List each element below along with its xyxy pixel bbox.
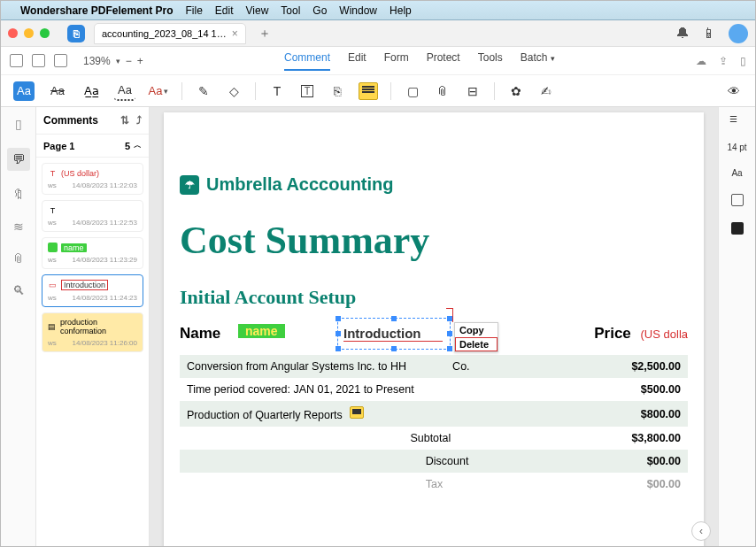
tab-close-icon[interactable]: × — [232, 27, 238, 40]
sidebar-toggle-icon[interactable] — [10, 54, 23, 67]
comment-card[interactable]: name ws14/08/2023 11:23:29 — [42, 237, 143, 269]
menu-tool[interactable]: Tool — [281, 4, 300, 17]
rail-thumbnail-icon[interactable]: ▯ — [11, 116, 27, 132]
total-label: Subtotal — [410, 432, 631, 444]
rail-attachments-icon[interactable]: 📎︎ — [11, 250, 27, 266]
context-menu-copy[interactable]: Copy — [455, 323, 498, 337]
selection-bounding-box[interactable]: Introduction — [337, 318, 451, 350]
comment-time: 14/08/2023 11:23:29 — [73, 256, 137, 264]
reading-view-icon[interactable] — [54, 54, 67, 67]
window-minimize-button[interactable] — [24, 28, 34, 38]
tab-protect[interactable]: Protect — [427, 51, 460, 71]
panel-toggle-icon[interactable]: ▯ — [740, 55, 746, 67]
comments-title: Comments — [43, 114, 98, 127]
tab-batch[interactable]: Batch ▾ — [521, 51, 555, 71]
table-header-row: Name name Introduction Copy Delete — [180, 325, 688, 343]
comment-card[interactable]: T ws14/08/2023 11:22:53 — [42, 200, 143, 232]
document-tab-title: accounting_2023_08_14 1… — [102, 28, 227, 39]
sticky-note-annotation[interactable] — [350, 406, 364, 419]
comment-text: Introduction — [61, 280, 108, 290]
new-tab-button[interactable]: ＋ — [258, 26, 271, 42]
document-canvas[interactable]: 📊︎ ☂︎ Umbrella Acccounting Cost Summary … — [150, 107, 718, 547]
comment-card[interactable]: ▤production conformation ws14/08/2023 11… — [42, 312, 143, 352]
attachment-tool-icon[interactable]: 📎︎ — [434, 82, 451, 100]
thumbnails-view-icon[interactable] — [32, 54, 45, 67]
pencil-tool-icon[interactable]: ✎ — [195, 82, 212, 100]
strikethrough-tool[interactable]: Aa — [47, 81, 68, 101]
menu-help[interactable]: Help — [390, 4, 412, 17]
window-close-button[interactable] — [8, 28, 18, 38]
user-avatar[interactable] — [729, 24, 748, 43]
highlight-box-tool[interactable]: Aa — [13, 81, 35, 101]
rail-layers-icon[interactable]: ≋ — [11, 219, 27, 235]
sticky-note-tool-icon[interactable] — [359, 82, 378, 100]
window-zoom-button[interactable] — [40, 28, 50, 38]
comments-page-label: Page 1 — [43, 141, 74, 151]
brand-logo-icon: ☂︎ — [180, 175, 199, 195]
show-comments-icon[interactable]: 👁︎ — [725, 82, 743, 100]
font-size-label[interactable]: 14 pt — [727, 143, 746, 152]
squiggly-tool[interactable]: Aa — [114, 81, 135, 101]
font-style-label[interactable]: Aa — [731, 168, 742, 178]
tab-tools[interactable]: Tools — [478, 51, 503, 71]
comments-filter-icon[interactable]: ⇅ — [120, 114, 129, 127]
signature-tool-icon[interactable]: ✍︎ — [537, 82, 555, 100]
menu-go[interactable]: Go — [312, 4, 327, 17]
comment-time: 14/08/2023 11:26:00 — [73, 339, 137, 347]
menu-view[interactable]: View — [246, 4, 269, 17]
mobile-icon[interactable]: 📱︎ — [702, 26, 716, 42]
tab-edit[interactable]: Edit — [348, 51, 366, 71]
window-traffic-lights — [8, 28, 50, 38]
row-label: Time period covered: JAN 01, 2021 to Pre… — [187, 383, 641, 396]
tab-form[interactable]: Form — [384, 51, 409, 71]
primary-toolbar: 139% ▾ − + Comment Edit Form Protect Too… — [1, 47, 755, 75]
tab-comment[interactable]: Comment — [284, 51, 330, 71]
comments-panel: Comments ⇅ ⤴︎ Page 1 5 ︿ T(US dollar) ws… — [36, 107, 150, 547]
zoom-out-button[interactable]: − — [126, 55, 132, 67]
brand-name: Umbrella Acccounting — [206, 174, 394, 195]
rail-bookmark-icon[interactable]: 🔖︎ — [11, 187, 27, 203]
rail-search-icon[interactable]: 🔍︎ — [11, 282, 27, 298]
text-color-tool[interactable]: Aa — [148, 81, 169, 101]
toolbar-divider — [181, 82, 182, 100]
measure-tool-icon[interactable]: ⊟ — [464, 82, 482, 100]
share-icon[interactable]: ⇪ — [719, 55, 728, 67]
total-price: $00.00 — [647, 455, 681, 467]
zoom-in-button[interactable]: + — [137, 55, 143, 67]
fill-color-swatch[interactable] — [731, 222, 744, 235]
comment-card[interactable]: T(US dollar) ws14/08/2023 11:22:03 — [42, 163, 143, 195]
comments-export-icon[interactable]: ⤴︎ — [136, 114, 142, 127]
rect-annotation-label: Introduction — [343, 326, 420, 341]
document-tab[interactable]: accounting_2023_08_14 1… × — [94, 23, 246, 44]
text-tool-icon[interactable]: T — [268, 82, 286, 100]
doc-heading-2: Initial Account Setup — [180, 286, 688, 309]
menu-edit[interactable]: Edit — [215, 4, 234, 17]
comment-author: ws — [48, 219, 57, 227]
menu-window[interactable]: Window — [339, 4, 377, 17]
cloud-icon[interactable]: ☁︎ — [696, 55, 706, 67]
total-row: Tax $00.00 — [180, 473, 688, 496]
menubar-app-name[interactable]: Wondershare PDFelement Pro — [20, 4, 174, 17]
comment-author: ws — [48, 256, 57, 264]
line-weight-icon[interactable]: ☰ — [729, 114, 745, 127]
rail-comments-icon[interactable]: 💬︎ — [7, 148, 30, 171]
context-menu-delete[interactable]: Delete — [455, 337, 498, 351]
table-body: Conversion from Angular Systems Inc. to … — [180, 355, 688, 496]
stroke-color-swatch[interactable] — [731, 194, 744, 206]
textbox-tool-icon[interactable]: 🅃 — [298, 82, 316, 100]
scroll-left-button[interactable]: ‹ — [691, 521, 711, 541]
zoom-chevron-icon[interactable]: ▾ — [116, 57, 120, 65]
highlight-annotation[interactable]: name — [238, 324, 285, 338]
stamp-tool-icon[interactable]: ✿ — [507, 82, 525, 100]
eraser-tool-icon[interactable]: ◇ — [225, 82, 243, 100]
comments-page-header[interactable]: Page 1 5 ︿ — [36, 135, 149, 158]
context-menu: Copy Delete — [454, 322, 498, 352]
comment-card-selected[interactable]: ▭Introduction ws14/08/2023 11:24:23 — [42, 274, 143, 307]
callout-tool-icon[interactable]: ⎘ — [328, 82, 346, 100]
shape-rect-tool-icon[interactable]: ▢ — [404, 82, 421, 100]
notification-bell-icon[interactable]: 🔔︎ — [675, 26, 690, 42]
zoom-control[interactable]: 139% ▾ − + — [83, 55, 143, 67]
collapse-chevron-icon[interactable]: ︿ — [134, 140, 142, 151]
menu-file[interactable]: File — [186, 4, 203, 17]
underline-tool[interactable]: A̲a̲ — [81, 81, 102, 101]
